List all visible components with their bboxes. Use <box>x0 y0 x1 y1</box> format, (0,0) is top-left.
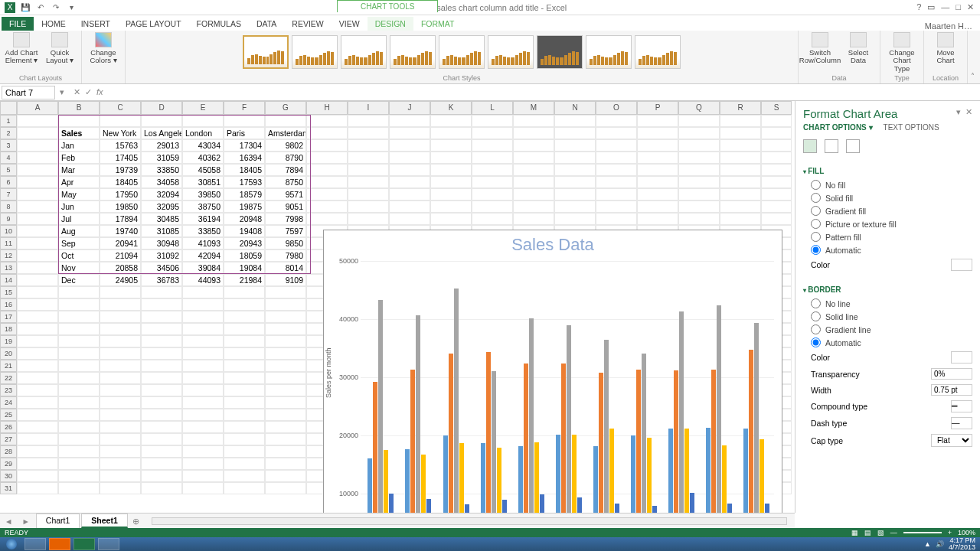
cell[interactable] <box>182 384 224 396</box>
bar[interactable] <box>679 311 684 513</box>
cell[interactable]: 20858 <box>100 262 141 274</box>
cell[interactable] <box>58 298 100 311</box>
cell[interactable]: Jan <box>58 139 100 152</box>
cell[interactable] <box>17 188 58 201</box>
border-width-input[interactable] <box>931 384 972 396</box>
cell[interactable] <box>182 433 224 445</box>
fill-option[interactable]: No fill <box>803 178 972 191</box>
tab-home[interactable]: HOME <box>34 17 74 31</box>
row-header[interactable]: 31 <box>0 482 17 494</box>
cell[interactable] <box>389 139 430 152</box>
tab-review[interactable]: REVIEW <box>284 17 331 31</box>
cell[interactable] <box>17 249 58 262</box>
chart-style-8[interactable] <box>586 35 632 69</box>
bar[interactable] <box>416 315 420 513</box>
cell[interactable]: 7597 <box>265 225 306 237</box>
row-header[interactable]: 26 <box>0 421 17 433</box>
cell[interactable]: Los Angeles <box>141 127 182 139</box>
effects-icon[interactable] <box>825 139 838 153</box>
cell[interactable] <box>224 482 265 494</box>
cell[interactable] <box>58 458 100 470</box>
cell[interactable] <box>513 176 554 188</box>
bar-group[interactable] <box>481 352 507 513</box>
bar[interactable] <box>684 429 689 513</box>
bar[interactable] <box>636 370 641 513</box>
cell[interactable] <box>306 139 348 152</box>
cell[interactable] <box>182 396 224 409</box>
cell[interactable]: Jun <box>58 201 100 213</box>
cell[interactable] <box>637 115 678 127</box>
bar[interactable] <box>459 443 464 513</box>
col-header-O[interactable]: O <box>596 101 637 115</box>
bar[interactable] <box>421 455 426 513</box>
bar[interactable] <box>577 497 582 513</box>
cell[interactable] <box>678 188 720 201</box>
cell[interactable]: 20943 <box>224 237 265 249</box>
cell[interactable] <box>58 372 100 384</box>
col-header-A[interactable]: A <box>17 101 58 115</box>
cell[interactable]: 8014 <box>265 262 306 274</box>
cell[interactable] <box>141 384 182 396</box>
cell[interactable] <box>678 201 720 213</box>
cell[interactable] <box>182 421 224 433</box>
col-header-F[interactable]: F <box>224 101 265 115</box>
cell[interactable] <box>17 225 58 237</box>
cell[interactable]: 18579 <box>224 188 265 201</box>
cell[interactable] <box>182 311 224 323</box>
cell[interactable] <box>100 396 141 409</box>
cell[interactable] <box>761 201 792 213</box>
cell[interactable]: 31059 <box>141 152 182 164</box>
cell[interactable]: 19084 <box>224 262 265 274</box>
cell[interactable] <box>58 335 100 347</box>
cell[interactable] <box>430 115 472 127</box>
col-header-I[interactable]: I <box>348 101 389 115</box>
sheet-tab[interactable]: Chart1 <box>36 514 80 528</box>
cell[interactable] <box>17 470 58 482</box>
cell[interactable] <box>720 127 761 139</box>
bar[interactable] <box>449 354 453 513</box>
cell[interactable] <box>224 335 265 347</box>
bar[interactable] <box>373 382 377 513</box>
fill-option[interactable]: Pattern fill <box>803 230 972 243</box>
row-header[interactable]: 2 <box>0 127 17 139</box>
col-header-S[interactable]: S <box>761 101 792 115</box>
cell[interactable]: London <box>182 127 224 139</box>
fill-option[interactable]: Automatic <box>803 243 972 256</box>
bar[interactable] <box>443 435 448 513</box>
cell[interactable]: 19740 <box>100 225 141 237</box>
cell[interactable] <box>17 409 58 421</box>
cell[interactable] <box>596 213 637 225</box>
cell[interactable] <box>678 115 720 127</box>
cell[interactable]: Oct <box>58 249 100 262</box>
col-header-C[interactable]: C <box>100 101 141 115</box>
view-pagebreak-icon[interactable]: ▧ <box>877 529 884 536</box>
cell[interactable] <box>224 115 265 127</box>
cell[interactable] <box>182 115 224 127</box>
cell[interactable] <box>141 335 182 347</box>
row-header[interactable]: 1 <box>0 115 17 127</box>
row-header[interactable]: 23 <box>0 384 17 396</box>
cell[interactable] <box>224 311 265 323</box>
cell[interactable] <box>17 360 58 372</box>
cell[interactable] <box>141 311 182 323</box>
col-header-M[interactable]: M <box>513 101 554 115</box>
chart-style-4[interactable] <box>390 35 436 69</box>
chart-style-5[interactable] <box>439 35 485 69</box>
cell[interactable]: 20941 <box>100 237 141 249</box>
cell[interactable]: Feb <box>58 152 100 164</box>
cell[interactable] <box>554 213 596 225</box>
row-header[interactable]: 29 <box>0 458 17 470</box>
cell[interactable] <box>17 115 58 127</box>
col-header-B[interactable]: B <box>58 101 100 115</box>
start-button[interactable] <box>0 537 23 551</box>
cell[interactable]: 32095 <box>141 201 182 213</box>
cell[interactable] <box>58 409 100 421</box>
cell[interactable]: 36194 <box>182 213 224 225</box>
cell[interactable] <box>761 139 792 152</box>
taskbar-explorer[interactable] <box>24 538 46 550</box>
bar[interactable] <box>481 443 485 513</box>
cell[interactable] <box>265 470 306 482</box>
change-chart-type-button[interactable]: Change Chart Type <box>885 32 919 73</box>
cell[interactable]: 18405 <box>100 176 141 188</box>
cell[interactable]: 33850 <box>141 164 182 176</box>
